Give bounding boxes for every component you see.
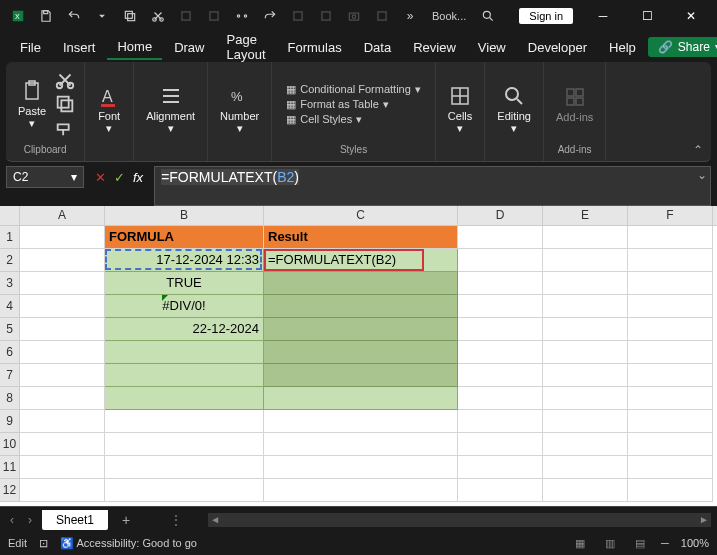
cell-A1[interactable] [20, 226, 105, 249]
col-header-E[interactable]: E [543, 206, 628, 225]
menu-developer[interactable]: Developer [518, 36, 597, 59]
cell-B7[interactable] [105, 364, 264, 387]
tab-options-icon[interactable]: ⋮ [170, 513, 182, 527]
copy-button[interactable] [54, 93, 76, 115]
select-all-corner[interactable] [0, 206, 20, 225]
cell-E9[interactable] [543, 410, 628, 433]
row-header-2[interactable]: 2 [0, 249, 20, 272]
save-icon[interactable] [32, 2, 60, 30]
formula-input[interactable]: =FORMULATEXT(B2) [154, 166, 711, 206]
number-button[interactable]: % Number▾ [216, 80, 263, 139]
status-accessibility[interactable]: ♿ Accessibility: Good to go [60, 537, 197, 550]
cell-F10[interactable] [628, 433, 713, 456]
cell-B11[interactable] [105, 456, 264, 479]
cell-C12[interactable] [264, 479, 458, 502]
menu-formulas[interactable]: Formulas [278, 36, 352, 59]
cell-D7[interactable] [458, 364, 543, 387]
row-header-11[interactable]: 11 [0, 456, 20, 479]
camera-icon[interactable] [340, 2, 368, 30]
cell-F1[interactable] [628, 226, 713, 249]
cell-F4[interactable] [628, 295, 713, 318]
cell-D12[interactable] [458, 479, 543, 502]
menu-draw[interactable]: Draw [164, 36, 214, 59]
addins-button[interactable]: Add-ins [552, 81, 597, 127]
touch-mode-icon[interactable] [228, 2, 256, 30]
row-header-10[interactable]: 10 [0, 433, 20, 456]
cell-F6[interactable] [628, 341, 713, 364]
cell-C8[interactable] [264, 387, 458, 410]
add-sheet-button[interactable]: + [114, 512, 138, 528]
cells-area[interactable]: FORMULA Result 17-12-2024 12:33 =FORMULA… [20, 226, 713, 502]
cell-styles-button[interactable]: ▦ Cell Styles ▾ [286, 113, 421, 126]
cell-C2[interactable]: =FORMULATEXT(B2) [264, 249, 458, 272]
cell-E10[interactable] [543, 433, 628, 456]
cell-D1[interactable] [458, 226, 543, 249]
redo-dropdown-icon[interactable] [88, 2, 116, 30]
cell-D6[interactable] [458, 341, 543, 364]
font-button[interactable]: A Font▾ [93, 80, 125, 139]
ribbon-collapse-icon[interactable]: ⌃ [693, 143, 703, 157]
cells-button[interactable]: Cells▾ [444, 80, 476, 139]
cell-C3[interactable] [264, 272, 458, 295]
cell-A7[interactable] [20, 364, 105, 387]
cell-D4[interactable] [458, 295, 543, 318]
cell-E3[interactable] [543, 272, 628, 295]
cell-C6[interactable] [264, 341, 458, 364]
format-as-table-button[interactable]: ▦ Format as Table ▾ [286, 98, 421, 111]
cell-E7[interactable] [543, 364, 628, 387]
row-header-8[interactable]: 8 [0, 387, 20, 410]
cell-B6[interactable] [105, 341, 264, 364]
cut-button[interactable] [54, 69, 76, 91]
row-header-6[interactable]: 6 [0, 341, 20, 364]
sheet-tab-active[interactable]: Sheet1 [42, 510, 108, 530]
col-header-D[interactable]: D [458, 206, 543, 225]
cancel-formula-icon[interactable]: ✕ [92, 170, 109, 185]
cut-icon[interactable] [144, 2, 172, 30]
cell-A12[interactable] [20, 479, 105, 502]
col-header-F[interactable]: F [628, 206, 713, 225]
cell-A11[interactable] [20, 456, 105, 479]
menu-data[interactable]: Data [354, 36, 401, 59]
cell-C4[interactable] [264, 295, 458, 318]
alignment-button[interactable]: Alignment▾ [142, 80, 199, 139]
scroll-left-icon[interactable]: ◄ [208, 514, 222, 525]
row-header-1[interactable]: 1 [0, 226, 20, 249]
col-header-C[interactable]: C [264, 206, 458, 225]
view-normal-icon[interactable]: ▦ [571, 537, 589, 550]
view-page-break-icon[interactable]: ▤ [631, 537, 649, 550]
cell-F3[interactable] [628, 272, 713, 295]
col-header-B[interactable]: B [105, 206, 264, 225]
zoom-level[interactable]: 100% [681, 537, 709, 549]
menu-file[interactable]: File [10, 36, 51, 59]
cell-E5[interactable] [543, 318, 628, 341]
cell-D3[interactable] [458, 272, 543, 295]
cell-B5[interactable]: 22-12-2024 [105, 318, 264, 341]
minimize-button[interactable]: ─ [581, 0, 625, 32]
qat-overflow-icon[interactable]: » [396, 2, 424, 30]
cell-F5[interactable] [628, 318, 713, 341]
conditional-formatting-button[interactable]: ▦ Conditional Formatting ▾ [286, 83, 421, 96]
horizontal-scrollbar[interactable]: ◄ ► [208, 513, 711, 527]
cell-B12[interactable] [105, 479, 264, 502]
format-painter-button[interactable] [54, 117, 76, 139]
copy-icon[interactable] [116, 2, 144, 30]
cell-F12[interactable] [628, 479, 713, 502]
cell-F2[interactable] [628, 249, 713, 272]
view-page-layout-icon[interactable]: ▥ [601, 537, 619, 550]
qat-icon-4[interactable] [312, 2, 340, 30]
cell-E11[interactable] [543, 456, 628, 479]
row-header-3[interactable]: 3 [0, 272, 20, 295]
status-macro-icon[interactable]: ⊡ [39, 537, 48, 550]
share-button[interactable]: 🔗Share ▾ [648, 37, 717, 57]
cell-E8[interactable] [543, 387, 628, 410]
col-header-A[interactable]: A [20, 206, 105, 225]
cell-A5[interactable] [20, 318, 105, 341]
cell-C7[interactable] [264, 364, 458, 387]
prev-sheet-icon[interactable]: ‹ [6, 513, 18, 527]
cell-B2[interactable]: 17-12-2024 12:33 [105, 249, 264, 272]
cell-E6[interactable] [543, 341, 628, 364]
zoom-out-icon[interactable]: ─ [661, 537, 669, 549]
paste-button[interactable]: Paste▾ [14, 75, 50, 134]
cell-B1[interactable]: FORMULA [105, 226, 264, 249]
cell-B4[interactable]: #DIV/0! [105, 295, 264, 318]
